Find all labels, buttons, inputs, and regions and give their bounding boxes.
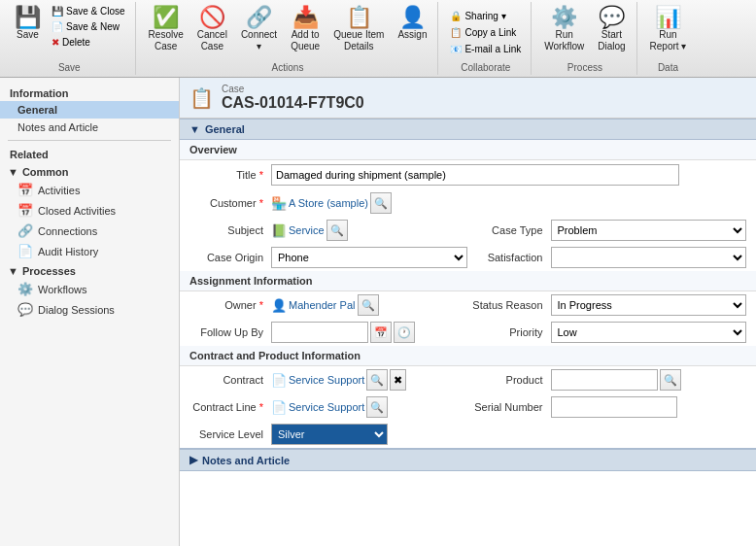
customer-lookup-btn[interactable]: 🔍 [370, 192, 392, 214]
status-reason-control: In Progress [551, 294, 747, 316]
contract-clear-btn[interactable]: ✖ [390, 369, 406, 391]
contract-lookup-icon: 🔍 [370, 374, 384, 386]
serial-number-field: Serial Number [469, 395, 747, 419]
queue-item-details-button[interactable]: 📋 Queue ItemDetails [328, 4, 389, 55]
customer-link[interactable]: A Store (sample) [289, 197, 368, 209]
serial-number-control [551, 396, 747, 418]
resolve-case-button[interactable]: ✅ ResolveCase [144, 4, 189, 55]
case-origin-select[interactable]: Phone [271, 247, 467, 268]
notes-chevron: ▶ [189, 454, 197, 466]
notes-section-header[interactable]: ▶ Notes and Article [180, 449, 756, 471]
save-close-button[interactable]: 💾 Save & Close [48, 4, 129, 18]
closed-activities-icon: 📅 [17, 203, 33, 218]
service-level-field: Service Level Silver [189, 423, 467, 446]
run-report-button[interactable]: 📊 RunReport ▾ [645, 4, 692, 55]
sidebar-item-connections[interactable]: 🔗 Connections [0, 221, 179, 241]
product-lookup-btn[interactable]: 🔍 [660, 369, 681, 391]
start-dialog-button[interactable]: 💬 StartDialog [593, 4, 630, 55]
save-new-button[interactable]: 📄 Save & New [48, 19, 129, 34]
sidebar-item-general[interactable]: General [0, 101, 179, 119]
run-workflow-label: RunWorkflow [544, 29, 584, 52]
satisfaction-select[interactable] [551, 247, 747, 268]
save-new-icon: 📄 [52, 21, 63, 32]
cancel-case-icon: 🚫 [199, 7, 225, 28]
run-workflow-button[interactable]: ⚙️ RunWorkflow [539, 4, 589, 55]
contract-link[interactable]: Service Support [289, 374, 364, 386]
audit-history-label: Audit History [38, 246, 98, 257]
content-header: 📋 Case CAS-01014-F7T9C0 [180, 78, 756, 119]
service-level-row: Service Level Silver [180, 421, 756, 448]
follow-up-time-btn[interactable]: 🕐 [394, 322, 415, 343]
add-queue-icon: 📥 [292, 7, 319, 28]
workflows-label: Workflows [38, 284, 87, 295]
title-input[interactable] [271, 164, 679, 186]
actions-group: ✅ ResolveCase 🚫 CancelCase 🔗 Connect▾ 📥 … [138, 2, 439, 75]
status-reason-select[interactable]: In Progress [551, 294, 747, 316]
calendar-icon: 📅 [374, 326, 388, 338]
case-icon: 📋 [189, 86, 214, 110]
product-input[interactable] [551, 369, 658, 391]
case-header-info: Case CAS-01014-F7T9C0 [222, 84, 364, 112]
sidebar-item-notes-article[interactable]: Notes and Article [0, 119, 179, 136]
assign-button[interactable]: 👤 Assign [393, 4, 431, 44]
subject-lookup-btn[interactable]: 🔍 [326, 220, 348, 241]
general-label: General [17, 104, 57, 116]
service-level-label: Service Level [189, 428, 267, 440]
resolve-case-icon: ✅ [153, 7, 179, 28]
owner-link[interactable]: Mahender Pal [289, 299, 356, 311]
copy-link-label: Copy a Link [464, 27, 516, 38]
product-field: Product 🔍 [469, 368, 747, 392]
serial-number-input[interactable] [551, 396, 677, 418]
connections-label: Connections [38, 225, 97, 237]
closed-activities-label: Closed Activities [38, 205, 116, 217]
owner-status-row: Owner 👤 Mahender Pal 🔍 Status Reason In … [180, 291, 756, 319]
sharing-icon: 🔒 [450, 11, 462, 21]
follow-up-date-btn[interactable]: 📅 [370, 322, 392, 343]
follow-up-label: Follow Up By [189, 326, 267, 338]
connections-icon: 🔗 [17, 223, 33, 238]
service-level-select[interactable]: Silver [271, 424, 388, 445]
owner-lookup-btn[interactable]: 🔍 [358, 294, 379, 316]
customer-row: Customer 🏪 A Store (sample) 🔍 [180, 189, 756, 217]
sidebar-item-dialog-sessions[interactable]: 💬 Dialog Sessions [0, 299, 179, 320]
add-to-queue-button[interactable]: 📥 Add toQueue [286, 4, 325, 55]
contract-line-lookup-btn[interactable]: 🔍 [366, 396, 388, 418]
save-group: 💾 Save 💾 Save & Close 📄 Save & New ✖ Del… [4, 2, 136, 75]
save-close-label: Save & Close [66, 6, 125, 17]
subject-link[interactable]: Service [289, 224, 325, 236]
workflows-icon: ⚙️ [17, 282, 33, 296]
add-queue-label: Add toQueue [291, 29, 320, 52]
processes-group-header[interactable]: ▼ Processes [0, 261, 179, 279]
clock-icon: 🕐 [397, 326, 411, 338]
sharing-button[interactable]: 🔒 Sharing ▾ [446, 9, 509, 23]
common-group-header[interactable]: ▼ Common [0, 162, 179, 180]
subject-field: Subject 📗 Service 🔍 [189, 219, 467, 242]
priority-select[interactable]: Low [551, 322, 747, 343]
general-section-header[interactable]: ▼ General [180, 119, 756, 140]
copy-link-icon: 📋 [450, 27, 462, 38]
priority-label: Priority [469, 326, 547, 338]
notes-article-label: Notes and Article [17, 121, 98, 133]
case-type-select[interactable]: Problem [551, 220, 747, 241]
sidebar-item-audit-history[interactable]: 📄 Audit History [0, 241, 179, 261]
connect-icon: 🔗 [246, 7, 272, 28]
owner-icon: 👤 [271, 298, 287, 313]
subject-label: Subject [189, 224, 267, 236]
cancel-case-button[interactable]: 🚫 CancelCase [192, 4, 232, 55]
email-link-label: E-mail a Link [464, 44, 521, 54]
delete-button[interactable]: ✖ Delete [48, 35, 129, 50]
email-link-button[interactable]: 📧 E-mail a Link [446, 42, 525, 56]
copy-link-button[interactable]: 📋 Copy a Link [446, 25, 520, 40]
contract-icon: 📄 [271, 373, 287, 388]
contract-lookup-btn[interactable]: 🔍 [366, 369, 388, 391]
connect-button[interactable]: 🔗 Connect▾ [236, 4, 282, 55]
case-origin-label: Case Origin [189, 252, 267, 263]
follow-up-input[interactable] [271, 322, 368, 343]
contract-line-link[interactable]: Service Support [289, 401, 364, 413]
sidebar-item-closed-activities[interactable]: 📅 Closed Activities [0, 200, 179, 221]
save-button[interactable]: 💾 Save [10, 4, 46, 44]
sidebar-item-activities[interactable]: 📅 Activities [0, 180, 179, 200]
toolbar: 💾 Save 💾 Save & Close 📄 Save & New ✖ Del… [0, 0, 756, 78]
data-group: 📊 RunReport ▾ Data [639, 2, 698, 75]
sidebar-item-workflows[interactable]: ⚙️ Workflows [0, 279, 179, 299]
